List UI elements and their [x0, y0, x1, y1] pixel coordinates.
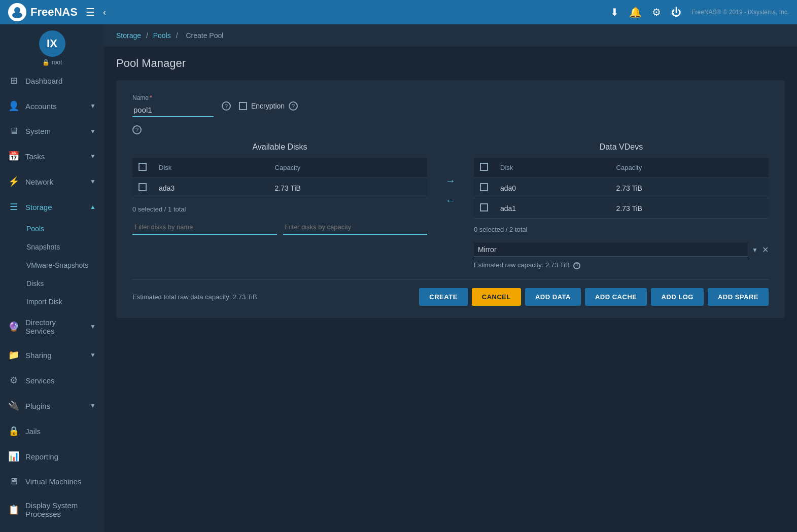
cancel-button[interactable]: CANCEL: [472, 288, 521, 306]
transfer-left-button[interactable]: ←: [443, 193, 458, 208]
sidebar-sub-vmware-snapshots[interactable]: VMware-Snapshots: [0, 256, 104, 274]
sidebar-item-tasks[interactable]: 📅 Tasks ▼: [0, 144, 104, 169]
data-select-all-col: [474, 158, 494, 178]
available-disk-col-header: Disk: [153, 158, 269, 178]
sidebar-item-directory-services[interactable]: 🔮 Directory Services ▼: [0, 311, 104, 342]
sidebar-item-label: Jails: [25, 427, 41, 436]
breadcrumb-pools[interactable]: Pools: [153, 31, 171, 40]
chevron-down-icon: ▼: [90, 153, 96, 160]
display-icon: 📋: [8, 504, 19, 515]
sidebar-sub-import-disk[interactable]: Import Disk: [0, 293, 104, 311]
form-name-row: Name* ? Encryption ?: [132, 94, 769, 117]
sidebar-item-dashboard[interactable]: ⊞ Dashboard: [0, 68, 104, 93]
data-disk-checkbox-1[interactable]: [480, 203, 488, 211]
vdev-controls: Mirror ▼ ✕: [474, 242, 769, 257]
available-row-check: [132, 178, 153, 198]
add-log-button[interactable]: ADD LOG: [651, 288, 703, 306]
filter-capacity-input[interactable]: [283, 220, 428, 235]
sidebar-item-plugins[interactable]: 🔌 Plugins ▼: [0, 393, 104, 418]
name-input[interactable]: [132, 103, 214, 117]
system-icon: 🖥: [8, 126, 19, 136]
available-select-all-checkbox[interactable]: [138, 163, 147, 171]
breadcrumb-sep1: /: [146, 31, 150, 40]
data-vdevs-section: Data VDevs Disk Capacity: [474, 143, 769, 269]
topbar-left: FreeNAS ☰ ‹: [8, 3, 106, 21]
bell-icon[interactable]: 🔔: [629, 6, 642, 18]
chevron-down-icon: ▼: [90, 323, 96, 330]
back-icon[interactable]: ‹: [103, 7, 106, 18]
table-row[interactable]: ada3 2.73 TiB: [132, 178, 427, 198]
table-row[interactable]: ada1 2.73 TiB: [474, 198, 769, 219]
sidebar-item-storage[interactable]: ☰ Storage ▲: [0, 194, 104, 220]
sidebar-item-services[interactable]: ⚙ Services: [0, 368, 104, 393]
avatar: IX: [39, 30, 65, 57]
estimated-total-label: Estimated total raw data capacity: 2.73 …: [132, 293, 415, 301]
data-disk-checkbox-0[interactable]: [480, 183, 488, 191]
power-icon[interactable]: ⏻: [671, 7, 681, 18]
transfer-arrows: → ←: [443, 143, 458, 208]
sidebar-item-display-system[interactable]: 📋 Display System Processes: [0, 494, 104, 525]
encryption-label: Encryption: [251, 102, 285, 110]
breadcrumb: Storage / Pools / Create Pool: [104, 24, 797, 47]
table-row[interactable]: ada0 2.73 TiB: [474, 178, 769, 198]
sidebar-item-label: Services: [25, 376, 55, 385]
breadcrumb-storage[interactable]: Storage: [116, 31, 141, 40]
sidebar-item-label: Dashboard: [25, 77, 62, 85]
reporting-icon: 📊: [8, 451, 19, 462]
create-button[interactable]: CREATE: [419, 288, 467, 306]
filter-name-input[interactable]: [132, 220, 277, 235]
chevron-down-icon: ▼: [90, 178, 96, 185]
sidebar-item-reporting[interactable]: 📊 Reporting: [0, 444, 104, 469]
encryption-row: Encryption ?: [239, 101, 298, 111]
storage-icon: ☰: [8, 201, 19, 212]
available-capacity-col-header: Capacity: [269, 158, 427, 178]
extra-help-icon[interactable]: ?: [132, 125, 142, 134]
data-disk-col-header: Disk: [494, 158, 610, 178]
sidebar-item-label: Plugins: [25, 402, 50, 410]
add-cache-button[interactable]: ADD CACHE: [585, 288, 647, 306]
name-help-icon[interactable]: ?: [222, 101, 231, 111]
dashboard-icon: ⊞: [8, 75, 19, 86]
services-icon: ⚙: [8, 375, 19, 386]
sidebar-item-sharing[interactable]: 📁 Sharing ▼: [0, 342, 104, 368]
available-select-all-col: [132, 158, 153, 178]
sidebar-item-jails[interactable]: 🔒 Jails: [0, 418, 104, 444]
data-row-check-1: [474, 198, 494, 219]
username: root: [52, 59, 62, 66]
hamburger-icon[interactable]: ☰: [86, 6, 95, 18]
sidebar-sub-pools[interactable]: Pools: [0, 220, 104, 238]
sidebar-item-label: Reporting: [25, 452, 58, 461]
settings-icon[interactable]: ⚙: [652, 6, 661, 18]
estimated-cap-help-icon[interactable]: ?: [573, 262, 580, 269]
data-select-all-checkbox[interactable]: [480, 163, 488, 171]
sidebar-item-label: Accounts: [25, 102, 57, 111]
chevron-down-icon: ▼: [90, 402, 96, 409]
main-layout: IX 🔒 root ⊞ Dashboard 👤 Accounts ▼ 🖥 Sys…: [0, 24, 797, 532]
sidebar-item-label: Sharing: [25, 351, 52, 360]
directory-icon: 🔮: [8, 321, 19, 332]
sidebar-sub-snapshots[interactable]: Snapshots: [0, 238, 104, 256]
vdev-close-icon[interactable]: ✕: [762, 245, 769, 255]
data-disk-capacity-0: 2.73 TiB: [610, 178, 769, 198]
vdev-type-select[interactable]: Mirror: [474, 242, 748, 257]
add-data-button[interactable]: ADD DATA: [525, 288, 581, 306]
sidebar-item-label: Display System Processes: [25, 501, 96, 518]
transfer-right-button[interactable]: →: [443, 173, 458, 189]
sidebar-item-virtual-machines[interactable]: 🖥 Virtual Machines: [0, 469, 104, 494]
sidebar-sub-disks[interactable]: Disks: [0, 274, 104, 293]
sidebar-item-system[interactable]: 🖥 System ▼: [0, 119, 104, 144]
download-icon[interactable]: ⬇: [610, 6, 619, 18]
sidebar-item-label: Virtual Machines: [25, 477, 82, 486]
name-label: Name*: [132, 94, 214, 101]
logo-icon: [8, 3, 26, 21]
copyright: FreeNAS® © 2019 - iXsystems, Inc.: [691, 9, 789, 16]
data-vdevs-table: Disk Capacity ada0 2.73: [474, 158, 769, 219]
sidebar-item-network[interactable]: ⚡ Network ▼: [0, 169, 104, 194]
encryption-help-icon[interactable]: ?: [289, 101, 298, 111]
available-disk-checkbox[interactable]: [138, 183, 147, 191]
add-spare-button[interactable]: ADD SPARE: [708, 288, 769, 306]
available-disks-section: Available Disks Disk Capacity: [132, 143, 427, 235]
disk-sections: Available Disks Disk Capacity: [132, 143, 769, 269]
sidebar-item-accounts[interactable]: 👤 Accounts ▼: [0, 93, 104, 119]
encryption-checkbox[interactable]: [239, 102, 247, 110]
